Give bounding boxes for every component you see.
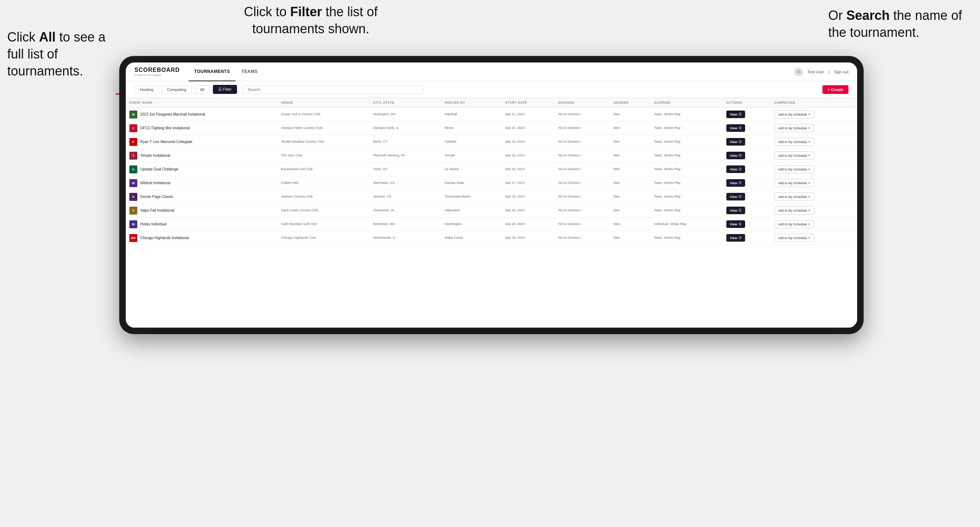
hosted-by-cell-4: Le Moyne	[441, 162, 501, 176]
scoring-cell-1: Team, Stroke Play	[651, 121, 722, 135]
scoring-cell-8: Individual, Stroke Play	[651, 217, 722, 231]
hosting-button[interactable]: Hosting	[134, 85, 159, 94]
event-name-8: Husky Individual	[140, 222, 167, 226]
nav-teams[interactable]: TEAMS	[235, 62, 263, 81]
venue-cell-4: Ravenwood Golf Club	[277, 162, 370, 176]
venue-cell-5: Colbert Hills	[277, 176, 370, 190]
team-logo-5: W	[129, 179, 137, 187]
hosted-by-cell-6: Tennessee-Martin	[441, 190, 501, 204]
scoring-cell-3: Team, Stroke Play	[651, 149, 722, 162]
col-event-name: EVENT NAME	[126, 98, 277, 108]
division-cell-3: NCAA Division I	[555, 149, 610, 162]
actions-cell-6: View ⓘ	[723, 190, 770, 204]
user-name: Test User	[807, 70, 824, 74]
team-logo-1: I	[129, 124, 137, 132]
add-to-schedule-button-1[interactable]: Add to My Schedule +	[774, 124, 814, 132]
gender-cell-3: Men	[610, 149, 651, 162]
actions-cell-8: View ⓘ	[723, 217, 770, 231]
team-logo-4: U	[129, 165, 137, 173]
competing-cell-4: Add to My Schedule +	[770, 162, 857, 176]
table-container: EVENT NAME VENUE CITY, STATE HOSTED BY S…	[126, 98, 857, 328]
start-date-cell-1: Sep 15, 2023	[501, 121, 555, 135]
event-name-cell-8: W Husky Individual	[126, 217, 277, 231]
venue-cell-9: Chicago Highlands Club	[277, 231, 370, 245]
col-scoring: SCORING	[651, 98, 722, 108]
all-button[interactable]: All	[195, 85, 210, 94]
venue-cell-7: Sand Creek Country Club	[277, 204, 370, 217]
division-cell-9: NCAA Division I	[555, 231, 610, 245]
start-date-cell-8: Sep 18, 2023	[501, 217, 555, 231]
team-logo-7: V	[129, 206, 137, 214]
col-competing: COMPETING	[770, 98, 857, 108]
event-name-cell-1: I OFCC Fighting Illini Invitational	[126, 121, 277, 135]
view-button-5[interactable]: View ⓘ	[726, 179, 745, 187]
view-button-3[interactable]: View ⓘ	[726, 152, 745, 159]
competing-cell-2: Add to My Schedule +	[770, 135, 857, 149]
city-state-cell-0: Huntington, WV	[370, 108, 441, 121]
col-hosted-by: HOSTED BY	[441, 98, 501, 108]
venue-cell-0: Guyan Golf & Country Club	[277, 108, 370, 121]
competing-cell-6: Add to My Schedule +	[770, 190, 857, 204]
add-to-schedule-button-6[interactable]: Add to My Schedule +	[774, 192, 814, 201]
col-venue: VENUE	[277, 98, 370, 108]
sign-out-link[interactable]: Sign out	[834, 70, 848, 74]
table-row: WF Chicago Highlands Invitational Chicag…	[126, 231, 857, 245]
event-name-2: Ryan T. Lee Memorial Collegiate	[140, 140, 192, 144]
division-cell-7: NCAA Division I	[555, 204, 610, 217]
division-cell-6: NCAA Division I	[555, 190, 610, 204]
view-button-2[interactable]: View ⓘ	[726, 138, 745, 146]
hosted-by-cell-8: Washington	[441, 217, 501, 231]
competing-cell-3: Add to My Schedule +	[770, 149, 857, 162]
table-row: W Husky Individual Gold Mountain Golf Cl…	[126, 217, 857, 231]
view-button-4[interactable]: View ⓘ	[726, 165, 745, 173]
create-button[interactable]: + Create	[822, 85, 848, 94]
hosted-by-cell-1: Illinois	[441, 121, 501, 135]
add-to-schedule-button-4[interactable]: Add to My Schedule +	[774, 165, 814, 173]
col-start-date: START DATE	[501, 98, 555, 108]
division-cell-4: NCAA Division I	[555, 162, 610, 176]
add-to-schedule-button-9[interactable]: Add to My Schedule +	[774, 234, 814, 242]
add-to-schedule-button-3[interactable]: Add to My Schedule +	[774, 151, 814, 160]
view-button-8[interactable]: View ⓘ	[726, 220, 745, 228]
scoring-cell-5: Team, Stroke Play	[651, 176, 722, 190]
add-to-schedule-button-5[interactable]: Add to My Schedule +	[774, 179, 814, 187]
event-name-0: 2023 Joe Feaganes Marshall Invitational	[140, 112, 205, 116]
filter-button[interactable]: ☰ Filter	[213, 85, 237, 94]
gender-cell-4: Men	[610, 162, 651, 176]
actions-cell-5: View ⓘ	[723, 176, 770, 190]
view-button-9[interactable]: View ⓘ	[726, 234, 745, 242]
start-date-cell-4: Sep 16, 2023	[501, 162, 555, 176]
scoring-cell-7: Team, Stroke Play	[651, 204, 722, 217]
competing-cell-8: Add to My Schedule +	[770, 217, 857, 231]
nav-tournaments[interactable]: TOURNAMENTS	[189, 62, 236, 81]
competing-cell-1: Add to My Schedule +	[770, 121, 857, 135]
search-input[interactable]	[243, 85, 423, 94]
annotation-search: Or Search the name of the tournament.	[828, 7, 973, 41]
venue-cell-8: Gold Mountain Golf Club	[277, 217, 370, 231]
add-to-schedule-button-8[interactable]: Add to My Schedule +	[774, 220, 814, 228]
view-button-0[interactable]: View ⓘ	[726, 111, 745, 118]
team-logo-3: T	[129, 152, 137, 160]
competing-button[interactable]: Competing	[162, 85, 191, 94]
actions-cell-7: View ⓘ	[723, 204, 770, 217]
add-to-schedule-button-0[interactable]: Add to My Schedule +	[774, 110, 814, 119]
division-cell-1: NCAA Division I	[555, 121, 610, 135]
division-cell-5: NCAA Division I	[555, 176, 610, 190]
team-logo-8: W	[129, 220, 137, 228]
view-button-7[interactable]: View ⓘ	[726, 206, 745, 214]
add-to-schedule-button-2[interactable]: Add to My Schedule +	[774, 138, 814, 146]
nav: TOURNAMENTS TEAMS	[189, 62, 263, 81]
view-button-6[interactable]: View ⓘ	[726, 193, 745, 200]
view-button-1[interactable]: View ⓘ	[726, 124, 745, 132]
team-logo-2: F	[129, 138, 137, 146]
add-to-schedule-button-7[interactable]: Add to My Schedule +	[774, 206, 814, 214]
competing-cell-7: Add to My Schedule +	[770, 204, 857, 217]
filter-bar: Hosting Competing All ☰ Filter + Create	[126, 81, 857, 98]
table-row: M 2023 Joe Feaganes Marshall Invitationa…	[126, 108, 857, 121]
start-date-cell-7: Sep 18, 2023	[501, 204, 555, 217]
competing-cell-9: Add to My Schedule +	[770, 231, 857, 245]
gender-cell-2: Men	[610, 135, 651, 149]
table-row: G Grover Page Classic Jackson Country Cl…	[126, 190, 857, 204]
hosted-by-cell-2: Fairfield	[441, 135, 501, 149]
gender-cell-9: Men	[610, 231, 651, 245]
